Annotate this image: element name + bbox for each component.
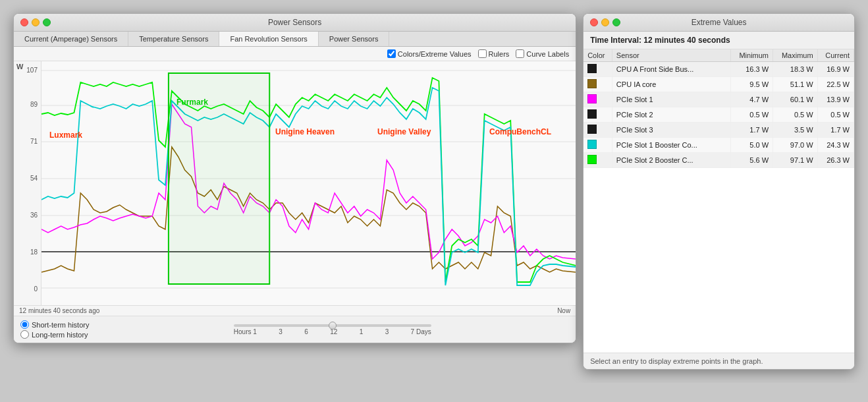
extreme-minimize-button[interactable] (601, 18, 609, 26)
extreme-values-window: Extreme Values Time Interval: 12 minutes… (583, 13, 855, 370)
sensor-name-cell: PCIe Slot 2 Booster C... (612, 153, 730, 168)
graph-container: Luxmark Furmark Unigine Heaven Unigine V… (41, 61, 576, 305)
long-term-radio[interactable]: Long-term history (20, 330, 89, 339)
bottom-controls: Short-term history Long-term history Hou… (14, 316, 576, 343)
extreme-window-title: Extreme Values (692, 18, 747, 27)
table-row[interactable]: CPU A Front Side Bus...16.3 W18.3 W16.9 … (583, 62, 854, 77)
y-label-89: 89 (30, 101, 38, 108)
table-row[interactable]: PCIe Slot 31.7 W3.5 W1.7 W (583, 123, 854, 138)
max-cell: 18.3 W (773, 62, 818, 77)
max-cell: 97.1 W (773, 153, 818, 168)
sensor-name-cell: CPU IA core (612, 77, 730, 92)
options-bar: Colors/Extreme Values Rulers Curve Label… (14, 47, 576, 61)
sensor-name-cell: PCIe Slot 1 (612, 92, 730, 107)
col-color: Color (583, 49, 612, 62)
table-row[interactable]: PCIe Slot 2 Booster C...5.6 W97.1 W26.3 … (583, 153, 854, 168)
y-axis: W 107 89 71 54 36 18 0 (14, 61, 41, 305)
table-row[interactable]: PCIe Slot 1 Booster Co...5.0 W97.0 W24.3… (583, 138, 854, 153)
color-cell (583, 123, 612, 138)
time-label-hours1: Hours 1 (234, 328, 257, 335)
max-cell: 97.0 W (773, 138, 818, 153)
time-interval: Time Interval: 12 minutes 40 seconds (583, 32, 854, 49)
color-cell (583, 107, 612, 123)
current-cell: 13.9 W (817, 92, 854, 107)
table-row[interactable]: CPU IA core9.5 W51.1 W22.5 W (583, 77, 854, 92)
color-swatch (587, 125, 597, 134)
extreme-close-button[interactable] (590, 18, 598, 26)
col-minimum: Minimum (730, 49, 773, 62)
max-cell: 51.1 W (773, 77, 818, 92)
table-row[interactable]: PCIe Slot 14.7 W60.1 W13.9 W (583, 92, 854, 107)
current-cell: 0.5 W (817, 107, 854, 123)
extreme-table: Color Sensor Minimum Maximum Current CPU… (583, 49, 854, 168)
col-sensor: Sensor (612, 49, 730, 62)
extreme-titlebar: Extreme Values (583, 14, 854, 32)
x-axis: 12 minutes 40 seconds ago Now (14, 305, 576, 316)
bench-furmark: Furmark (176, 98, 208, 107)
min-cell: 5.6 W (730, 153, 773, 168)
minimize-button[interactable] (32, 18, 40, 26)
slider-thumb[interactable] (329, 322, 337, 330)
time-label-7days: 7 Days (411, 328, 431, 335)
bench-luxmark: Luxmark (49, 130, 82, 140)
current-cell: 16.9 W (817, 62, 854, 77)
time-label-3b: 3 (385, 328, 389, 335)
maximize-button[interactable] (43, 18, 51, 26)
color-cell (583, 77, 612, 92)
min-cell: 4.7 W (730, 92, 773, 107)
extreme-window-controls (590, 18, 620, 26)
color-cell (583, 138, 612, 153)
x-label-right: Now (557, 307, 570, 314)
tab-current-amperage[interactable]: Current (Amperage) Sensors (14, 32, 128, 46)
slider-track[interactable] (234, 324, 431, 327)
tab-power[interactable]: Power Sensors (319, 32, 390, 46)
color-cell (583, 92, 612, 107)
graph-wrapper: W 107 89 71 54 36 18 0 (14, 61, 576, 305)
history-radio-group: Short-term history Long-term history (20, 320, 89, 339)
bench-unigine-valley: Unigine Valley (377, 127, 431, 136)
bench-compubenchcl: CompuBenchCL (489, 127, 551, 136)
time-label-3: 3 (279, 328, 283, 335)
min-cell: 1.7 W (730, 123, 773, 138)
time-label-1: 1 (360, 328, 364, 335)
colors-extreme-checkbox[interactable]: Colors/Extreme Values (387, 49, 472, 58)
curve-labels-checkbox[interactable]: Curve Labels (516, 49, 569, 58)
col-maximum: Maximum (773, 49, 818, 62)
y-label-71: 71 (30, 138, 38, 145)
min-cell: 9.5 W (730, 77, 773, 92)
graph-svg (41, 61, 576, 299)
color-swatch (587, 109, 597, 119)
power-sensors-window: Power Sensors Current (Amperage) Sensors… (13, 13, 576, 343)
y-label-36: 36 (30, 212, 38, 219)
min-cell: 0.5 W (730, 107, 773, 123)
status-bar: Select an entry to display extreme point… (583, 353, 854, 369)
short-term-radio[interactable]: Short-term history (20, 320, 89, 329)
max-cell: 0.5 W (773, 107, 818, 123)
bench-unigine-heaven: Unigine Heaven (275, 127, 335, 136)
extreme-maximize-button[interactable] (612, 18, 620, 26)
color-swatch (587, 79, 597, 88)
power-window-title: Power Sensors (268, 18, 321, 27)
max-cell: 3.5 W (773, 123, 818, 138)
rulers-checkbox[interactable]: Rulers (478, 49, 510, 58)
y-unit: W (16, 63, 23, 71)
current-cell: 1.7 W (817, 123, 854, 138)
tab-temperature[interactable]: Temperature Sensors (128, 32, 219, 46)
current-cell: 22.5 W (817, 77, 854, 92)
color-swatch (587, 64, 597, 73)
min-cell: 16.3 W (730, 62, 773, 77)
sensor-name-cell: PCIe Slot 2 (612, 107, 730, 123)
max-cell: 60.1 W (773, 92, 818, 107)
color-swatch (587, 140, 597, 149)
color-swatch (587, 155, 597, 164)
table-row[interactable]: PCIe Slot 20.5 W0.5 W0.5 W (583, 107, 854, 123)
y-label-54: 54 (30, 175, 38, 182)
y-label-0: 0 (34, 285, 38, 293)
color-cell (583, 62, 612, 77)
tab-fan-revolution[interactable]: Fan Revolution Sensors (219, 32, 318, 46)
close-button[interactable] (20, 18, 28, 26)
min-cell: 5.0 W (730, 138, 773, 153)
window-controls (20, 18, 51, 26)
col-current: Current (817, 49, 854, 62)
tab-bar: Current (Amperage) Sensors Temperature S… (14, 32, 576, 47)
